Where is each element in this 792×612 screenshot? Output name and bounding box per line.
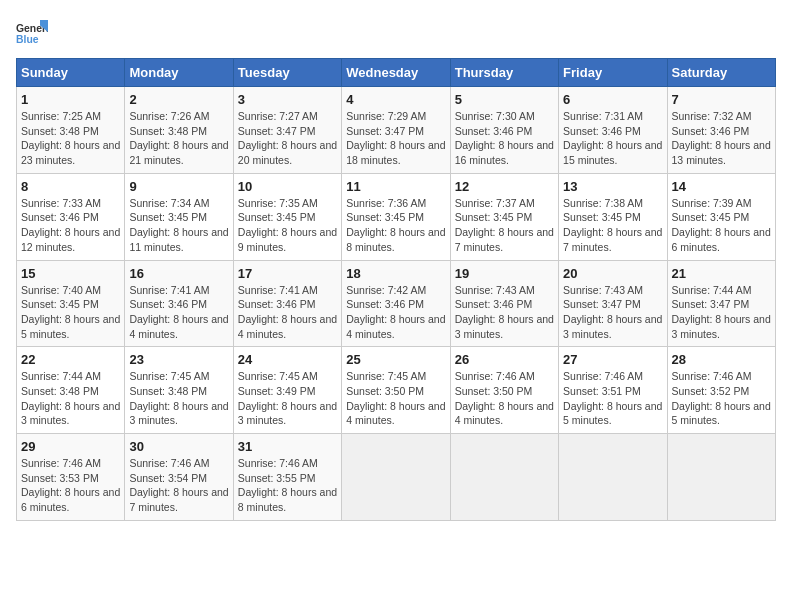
calendar-cell	[667, 434, 775, 521]
day-detail: Sunrise: 7:46 AMSunset: 3:55 PMDaylight:…	[238, 456, 337, 515]
day-detail: Sunrise: 7:34 AMSunset: 3:45 PMDaylight:…	[129, 196, 228, 255]
calendar-cell: 5Sunrise: 7:30 AMSunset: 3:46 PMDaylight…	[450, 87, 558, 174]
day-number: 24	[238, 352, 337, 367]
day-detail: Sunrise: 7:45 AMSunset: 3:49 PMDaylight:…	[238, 369, 337, 428]
day-number: 26	[455, 352, 554, 367]
calendar-cell: 6Sunrise: 7:31 AMSunset: 3:46 PMDaylight…	[559, 87, 667, 174]
day-number: 16	[129, 266, 228, 281]
header-thursday: Thursday	[450, 59, 558, 87]
calendar-header-row: SundayMondayTuesdayWednesdayThursdayFrid…	[17, 59, 776, 87]
calendar-cell: 26Sunrise: 7:46 AMSunset: 3:50 PMDayligh…	[450, 347, 558, 434]
day-detail: Sunrise: 7:37 AMSunset: 3:45 PMDaylight:…	[455, 196, 554, 255]
day-number: 25	[346, 352, 445, 367]
calendar-cell: 25Sunrise: 7:45 AMSunset: 3:50 PMDayligh…	[342, 347, 450, 434]
calendar-week-row: 15Sunrise: 7:40 AMSunset: 3:45 PMDayligh…	[17, 260, 776, 347]
calendar-cell	[559, 434, 667, 521]
day-number: 29	[21, 439, 120, 454]
day-detail: Sunrise: 7:45 AMSunset: 3:48 PMDaylight:…	[129, 369, 228, 428]
day-number: 2	[129, 92, 228, 107]
calendar-cell: 29Sunrise: 7:46 AMSunset: 3:53 PMDayligh…	[17, 434, 125, 521]
day-number: 20	[563, 266, 662, 281]
calendar-cell: 21Sunrise: 7:44 AMSunset: 3:47 PMDayligh…	[667, 260, 775, 347]
day-number: 1	[21, 92, 120, 107]
calendar-cell: 10Sunrise: 7:35 AMSunset: 3:45 PMDayligh…	[233, 173, 341, 260]
calendar-cell: 13Sunrise: 7:38 AMSunset: 3:45 PMDayligh…	[559, 173, 667, 260]
day-detail: Sunrise: 7:46 AMSunset: 3:52 PMDaylight:…	[672, 369, 771, 428]
day-number: 27	[563, 352, 662, 367]
day-number: 18	[346, 266, 445, 281]
header-saturday: Saturday	[667, 59, 775, 87]
header-tuesday: Tuesday	[233, 59, 341, 87]
day-number: 13	[563, 179, 662, 194]
calendar-cell: 24Sunrise: 7:45 AMSunset: 3:49 PMDayligh…	[233, 347, 341, 434]
day-detail: Sunrise: 7:40 AMSunset: 3:45 PMDaylight:…	[21, 283, 120, 342]
day-detail: Sunrise: 7:39 AMSunset: 3:45 PMDaylight:…	[672, 196, 771, 255]
day-detail: Sunrise: 7:31 AMSunset: 3:46 PMDaylight:…	[563, 109, 662, 168]
day-detail: Sunrise: 7:27 AMSunset: 3:47 PMDaylight:…	[238, 109, 337, 168]
day-detail: Sunrise: 7:38 AMSunset: 3:45 PMDaylight:…	[563, 196, 662, 255]
svg-text:Blue: Blue	[16, 34, 39, 45]
day-detail: Sunrise: 7:32 AMSunset: 3:46 PMDaylight:…	[672, 109, 771, 168]
header-sunday: Sunday	[17, 59, 125, 87]
calendar-cell: 22Sunrise: 7:44 AMSunset: 3:48 PMDayligh…	[17, 347, 125, 434]
calendar-week-row: 1Sunrise: 7:25 AMSunset: 3:48 PMDaylight…	[17, 87, 776, 174]
day-number: 6	[563, 92, 662, 107]
day-number: 10	[238, 179, 337, 194]
calendar-cell: 9Sunrise: 7:34 AMSunset: 3:45 PMDaylight…	[125, 173, 233, 260]
calendar-week-row: 8Sunrise: 7:33 AMSunset: 3:46 PMDaylight…	[17, 173, 776, 260]
calendar-cell: 30Sunrise: 7:46 AMSunset: 3:54 PMDayligh…	[125, 434, 233, 521]
day-detail: Sunrise: 7:29 AMSunset: 3:47 PMDaylight:…	[346, 109, 445, 168]
calendar-cell: 11Sunrise: 7:36 AMSunset: 3:45 PMDayligh…	[342, 173, 450, 260]
day-detail: Sunrise: 7:46 AMSunset: 3:50 PMDaylight:…	[455, 369, 554, 428]
calendar-cell: 4Sunrise: 7:29 AMSunset: 3:47 PMDaylight…	[342, 87, 450, 174]
day-detail: Sunrise: 7:41 AMSunset: 3:46 PMDaylight:…	[129, 283, 228, 342]
day-number: 9	[129, 179, 228, 194]
calendar-cell: 27Sunrise: 7:46 AMSunset: 3:51 PMDayligh…	[559, 347, 667, 434]
calendar-cell: 2Sunrise: 7:26 AMSunset: 3:48 PMDaylight…	[125, 87, 233, 174]
day-number: 17	[238, 266, 337, 281]
day-detail: Sunrise: 7:44 AMSunset: 3:47 PMDaylight:…	[672, 283, 771, 342]
calendar-week-row: 22Sunrise: 7:44 AMSunset: 3:48 PMDayligh…	[17, 347, 776, 434]
header-monday: Monday	[125, 59, 233, 87]
day-number: 21	[672, 266, 771, 281]
calendar-cell: 20Sunrise: 7:43 AMSunset: 3:47 PMDayligh…	[559, 260, 667, 347]
calendar-cell	[342, 434, 450, 521]
day-detail: Sunrise: 7:45 AMSunset: 3:50 PMDaylight:…	[346, 369, 445, 428]
day-detail: Sunrise: 7:30 AMSunset: 3:46 PMDaylight:…	[455, 109, 554, 168]
day-detail: Sunrise: 7:43 AMSunset: 3:47 PMDaylight:…	[563, 283, 662, 342]
calendar-cell: 31Sunrise: 7:46 AMSunset: 3:55 PMDayligh…	[233, 434, 341, 521]
day-detail: Sunrise: 7:46 AMSunset: 3:54 PMDaylight:…	[129, 456, 228, 515]
day-number: 4	[346, 92, 445, 107]
day-detail: Sunrise: 7:42 AMSunset: 3:46 PMDaylight:…	[346, 283, 445, 342]
day-number: 5	[455, 92, 554, 107]
calendar-cell: 17Sunrise: 7:41 AMSunset: 3:46 PMDayligh…	[233, 260, 341, 347]
day-number: 31	[238, 439, 337, 454]
calendar-cell: 28Sunrise: 7:46 AMSunset: 3:52 PMDayligh…	[667, 347, 775, 434]
calendar-cell: 8Sunrise: 7:33 AMSunset: 3:46 PMDaylight…	[17, 173, 125, 260]
day-number: 12	[455, 179, 554, 194]
day-detail: Sunrise: 7:36 AMSunset: 3:45 PMDaylight:…	[346, 196, 445, 255]
page-header: General Blue	[16, 16, 776, 48]
calendar-cell: 16Sunrise: 7:41 AMSunset: 3:46 PMDayligh…	[125, 260, 233, 347]
calendar-cell: 3Sunrise: 7:27 AMSunset: 3:47 PMDaylight…	[233, 87, 341, 174]
day-detail: Sunrise: 7:46 AMSunset: 3:53 PMDaylight:…	[21, 456, 120, 515]
calendar-cell: 19Sunrise: 7:43 AMSunset: 3:46 PMDayligh…	[450, 260, 558, 347]
calendar-table: SundayMondayTuesdayWednesdayThursdayFrid…	[16, 58, 776, 521]
calendar-week-row: 29Sunrise: 7:46 AMSunset: 3:53 PMDayligh…	[17, 434, 776, 521]
day-detail: Sunrise: 7:35 AMSunset: 3:45 PMDaylight:…	[238, 196, 337, 255]
calendar-cell: 15Sunrise: 7:40 AMSunset: 3:45 PMDayligh…	[17, 260, 125, 347]
calendar-cell: 1Sunrise: 7:25 AMSunset: 3:48 PMDaylight…	[17, 87, 125, 174]
logo-icon: General Blue	[16, 16, 48, 48]
calendar-cell: 18Sunrise: 7:42 AMSunset: 3:46 PMDayligh…	[342, 260, 450, 347]
day-number: 7	[672, 92, 771, 107]
day-number: 8	[21, 179, 120, 194]
day-number: 3	[238, 92, 337, 107]
calendar-cell: 12Sunrise: 7:37 AMSunset: 3:45 PMDayligh…	[450, 173, 558, 260]
calendar-cell: 14Sunrise: 7:39 AMSunset: 3:45 PMDayligh…	[667, 173, 775, 260]
header-friday: Friday	[559, 59, 667, 87]
day-number: 23	[129, 352, 228, 367]
day-number: 11	[346, 179, 445, 194]
calendar-cell: 7Sunrise: 7:32 AMSunset: 3:46 PMDaylight…	[667, 87, 775, 174]
day-number: 19	[455, 266, 554, 281]
day-number: 28	[672, 352, 771, 367]
